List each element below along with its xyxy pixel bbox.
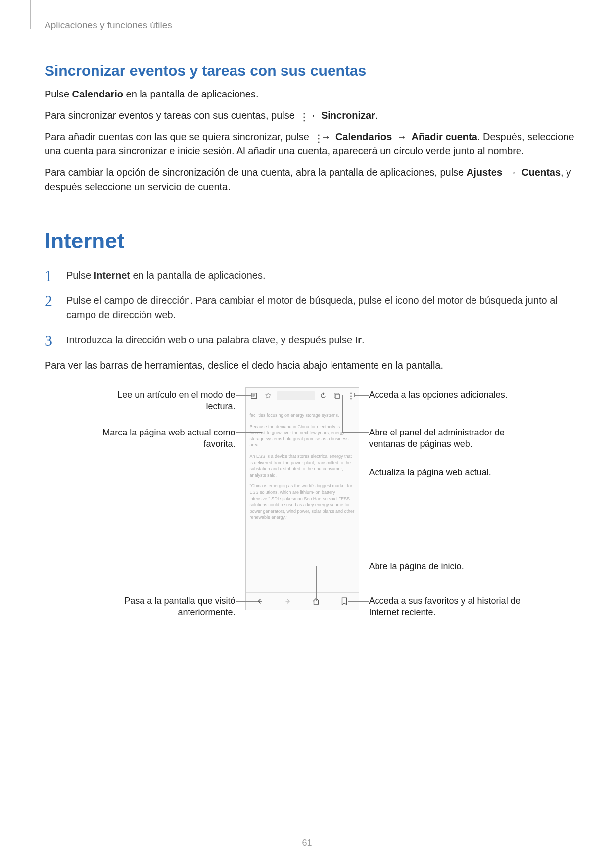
more-options-icon[interactable]: ⋮ [345,390,357,402]
sync-heading: Sincronizar eventos y tareas con sus cue… [45,62,574,79]
step-3: 3 Introduzca la dirección web o una pala… [45,333,574,347]
window-manager-icon[interactable] [331,390,343,402]
leader-refresh-v [330,395,330,472]
callout-refresh: Actualiza la página web actual. [369,467,491,478]
step3-after: . [362,335,365,345]
callout-back: Pasa a la pantalla que visitó anteriorme… [87,595,236,619]
step1-bold: Internet [94,270,130,281]
callout-reader: Lee un artículo en el modo de lectura. [87,389,236,413]
p1-bold: Calendario [72,89,123,99]
p4-bold2: Cuentas [521,167,561,178]
p2-end: . [375,110,378,121]
after-steps: Para ver las barras de herramientas, des… [45,358,574,373]
steps-list: 1 Pulse Internet en la pantalla de aplic… [45,268,574,347]
leader-home-v [316,566,317,601]
more-icon [299,112,302,121]
leader-reader [236,395,251,396]
address-bar[interactable] [277,391,315,400]
p3: Para añadir cuentas con las que se quier… [45,130,574,158]
step1-after: en la pantalla de aplicaciones. [130,270,266,281]
leader-more [354,395,369,396]
page-number: 61 [0,838,614,848]
p4-before: Para cambiar la opción de sincronización… [45,167,467,178]
more-icon [314,133,317,142]
step-num-3: 3 [45,329,52,352]
p2-before: Para sincronizar eventos y tareas con su… [45,110,297,121]
step-2: 2 Pulse el campo de dirección. Para camb… [45,293,574,322]
callout-bookmark: Marca la página web actual como favorita… [87,427,236,450]
bookmark-star-icon[interactable] [262,389,275,402]
p1-before: Pulse [45,89,72,99]
step-num-2: 2 [45,289,52,312]
p1: Pulse Calendario en la pantalla de aplic… [45,87,574,101]
callout-more: Acceda a las opciones adicionales. [369,389,508,401]
callout-home: Abre la página de inicio. [369,561,464,572]
refresh-icon[interactable] [317,390,329,402]
p3-arrow2: → [395,130,409,144]
leader-favhist [348,601,369,602]
step3-bold: Ir [355,335,362,345]
tick-reader [251,393,252,397]
p3-before: Para añadir cuentas con las que se quier… [45,131,312,142]
p1-after: en la pantalla de aplicaciones. [123,89,259,99]
step-1: 1 Pulse Internet en la pantalla de aplic… [45,268,574,283]
p3-bold2: Añadir cuenta [412,131,477,142]
leader-windows-v [342,395,343,433]
p4-bold1: Ajustes [467,167,502,178]
step2-text: Pulse el campo de dirección. Para cambia… [66,295,558,320]
browser-diagram: ⋮ facilities focusing on energy storage … [87,387,532,625]
p4: Para cambiar la opción de sincronización… [45,165,574,194]
forward-icon[interactable] [282,595,294,607]
tick-back [258,599,258,603]
step-num-1: 1 [45,264,52,287]
leader-bookmark-v [262,395,262,433]
browser-topbar: ⋮ [246,388,359,404]
webpage-content: facilities focusing on energy storage sy… [246,404,359,529]
internet-heading: Internet [45,229,574,253]
breadcrumb: Aplicaciones y funciones útiles [45,20,574,33]
leader-windows-h [342,432,369,433]
callout-favhist: Acceda a sus favoritos y al historial de… [369,595,522,619]
tick-more [354,393,355,397]
p2-bold: Sincronizar [321,110,375,121]
browser-bottombar [246,592,359,610]
leader-refresh-h [330,472,369,472]
leader-bookmark-h [236,432,262,433]
p2: Para sincronizar eventos y tareas con su… [45,108,574,123]
step3-before: Introduzca la dirección web o una palabr… [66,335,355,345]
margin-rule [30,0,31,29]
reader-mode-icon[interactable] [248,390,260,402]
p4-arrow: → [505,165,519,180]
svg-rect-5 [335,394,339,398]
tick-favhist [348,599,348,603]
callout-windows: Abre el panel del administrador de venta… [369,427,522,450]
leader-back [236,601,258,602]
p3-bold1: Calendarios [335,131,392,142]
step1-before: Pulse [66,270,94,281]
leader-home-h [316,566,369,566]
